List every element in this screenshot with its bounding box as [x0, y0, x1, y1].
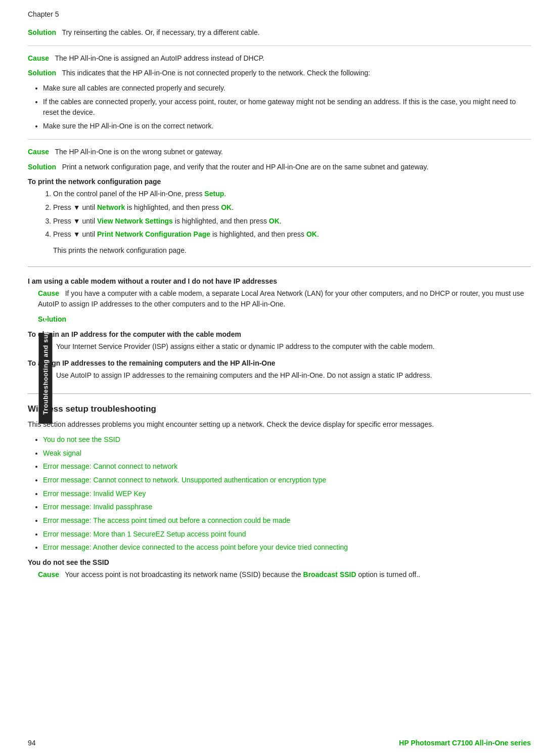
footer-page-number: 94 [28, 739, 36, 747]
ssid-subheading: You do not see the SSID [28, 558, 531, 566]
cause-subnet: Cause The HP All-in-One is on the wrong … [28, 147, 531, 158]
main-content: Chapter 5 Solution Try reinserting the c… [28, 0, 531, 605]
divider-3 [28, 266, 531, 267]
solution-standalone: Solution [38, 314, 531, 325]
highlight-print-config: Print Network Configuration Page [97, 230, 210, 238]
footer: 94 HP Photosmart C7100 All-in-One series [28, 739, 531, 747]
step-1: On the control panel of the HP All-in-On… [53, 189, 531, 200]
solution-cables: Solution Try reinserting the cables. Or,… [28, 27, 531, 38]
link-text-unsupported-auth: Error message: Cannot connect to network… [43, 476, 326, 484]
highlight-setup: Setup [204, 190, 224, 198]
numbered-steps: On the control panel of the HP All-in-On… [53, 189, 531, 240]
cause-label-2: Cause [28, 148, 49, 156]
divider-2 [28, 139, 531, 140]
cables-bullet-list: Make sure all cables are connected prope… [43, 83, 531, 132]
bullet-item: Make sure the HP All-in-One is on the co… [43, 121, 531, 132]
ssid-cause-label: Cause [38, 570, 59, 579]
link-unsupported-auth[interactable]: Error message: Cannot connect to network… [43, 475, 531, 486]
print-config-heading: To print the network configuration page [28, 177, 531, 186]
solution-label-3: Solution [28, 163, 56, 171]
solution-cables-text: Try reinserting the cables. Or, if neces… [62, 28, 259, 36]
wireless-heading: Wireless setup troubleshooting [28, 404, 531, 414]
link-text-timed-out: Error message: The access point timed ou… [43, 516, 290, 524]
cause-cable-modem-text: If you have a computer with a cable mode… [38, 289, 524, 308]
wireless-intro: This section addresses problems you migh… [28, 419, 531, 430]
solution-autoip-text: This indicates that the HP All-in-One is… [62, 69, 370, 77]
solution-subnet-text: Print a network configuration page, and … [62, 163, 429, 171]
footer-product-name: HP Photosmart C7100 All-in-One series [399, 739, 531, 747]
ssid-cause-text: Your access point is not broadcasting it… [65, 570, 303, 579]
link-text-cannot-connect: Error message: Cannot connect to network [43, 462, 177, 470]
link-text-ssid: You do not see the SSID [43, 435, 120, 443]
obtain-ip-text: Your Internet Service Provider (ISP) ass… [56, 341, 435, 352]
bullet-item: Make sure all cables are connected prope… [43, 83, 531, 94]
ssid-cause-para: Cause Your access point is not broadcast… [38, 569, 531, 581]
obtain-ip-arrow-item: → Your Internet Service Provider (ISP) a… [43, 341, 531, 354]
cause-autoip: Cause The HP All-in-One is assigned an A… [28, 53, 531, 64]
solution-autoip: Solution This indicates that the HP All-… [28, 68, 531, 79]
link-text-more-than-1: Error message: More than 1 SecureEZ Setu… [43, 530, 246, 538]
link-ssid[interactable]: You do not see the SSID [43, 434, 531, 446]
divider-4 [28, 393, 531, 394]
cause-subnet-text: The HP All-in-One is on the wrong subnet… [55, 148, 223, 156]
assign-ip-arrow-list: → Use AutoIP to assign IP addresses to t… [43, 370, 531, 383]
link-invalid-passphrase[interactable]: Error message: Invalid passphrase [43, 502, 531, 513]
divider-1 [28, 46, 531, 46]
link-cannot-connect[interactable]: Error message: Cannot connect to network [43, 461, 531, 472]
obtain-ip-arrow-list: → Your Internet Service Provider (ISP) a… [43, 341, 531, 354]
assign-ip-heading: To assign IP addresses to the remaining … [28, 359, 531, 367]
link-text-invalid-passphrase: Error message: Invalid passphrase [43, 503, 152, 511]
cable-modem-heading: I am using a cable modem without a route… [28, 277, 531, 285]
link-invalid-wep[interactable]: Error message: Invalid WEP Key [43, 488, 531, 500]
highlight-ok-1: OK [221, 203, 232, 211]
link-timed-out[interactable]: Error message: The access point timed ou… [43, 515, 531, 526]
solution-label-2: Solution [28, 69, 56, 77]
link-text-another-device: Error message: Another device connected … [43, 543, 348, 551]
ssid-cause-end: option is turned off.. [356, 570, 421, 579]
step4-subtext: This prints the network configuration pa… [53, 245, 531, 256]
bullet-item: If the cables are connected properly, yo… [43, 97, 531, 118]
cause-label-1: Cause [28, 54, 49, 62]
solution-subnet: Solution Print a network configuration p… [28, 162, 531, 173]
highlight-view-network: View Network Settings [97, 217, 173, 225]
step-2: Press ▼ until Network is highlighted, an… [53, 202, 531, 213]
highlight-ok-3: OK [306, 230, 317, 238]
link-text-invalid-wep: Error message: Invalid WEP Key [43, 490, 146, 498]
side-tab-label: Troubleshooting and support [39, 333, 53, 424]
highlight-network: Network [97, 203, 125, 211]
link-more-than-1[interactable]: Error message: More than 1 SecureEZ Setu… [43, 529, 531, 540]
link-another-device[interactable]: Error message: Another device connected … [43, 542, 531, 553]
assign-ip-text: Use AutoIP to assign IP addresses to the… [56, 370, 432, 381]
cause-autoip-text: The HP All-in-One is assigned an AutoIP … [55, 54, 264, 62]
obtain-ip-heading: To obtain an IP address for the computer… [28, 330, 531, 338]
chapter-heading: Chapter 5 [28, 10, 531, 18]
link-text-weak-signal: Weak signal [43, 449, 81, 457]
solution-label: Solution [28, 28, 56, 36]
broadcast-ssid-label: Broadcast SSID [303, 570, 356, 579]
cause-label-3: Cause [38, 289, 59, 297]
step-3: Press ▼ until View Network Settings is h… [53, 216, 531, 227]
wireless-links-list: You do not see the SSID Weak signal Erro… [43, 434, 531, 553]
step-4: Press ▼ until Print Network Configuratio… [53, 229, 531, 240]
highlight-ok-2: OK [269, 217, 280, 225]
link-weak-signal[interactable]: Weak signal [43, 448, 531, 459]
cause-cable-modem: Cause If you have a computer with a cabl… [38, 288, 531, 310]
assign-ip-arrow-item: → Use AutoIP to assign IP addresses to t… [43, 370, 531, 383]
